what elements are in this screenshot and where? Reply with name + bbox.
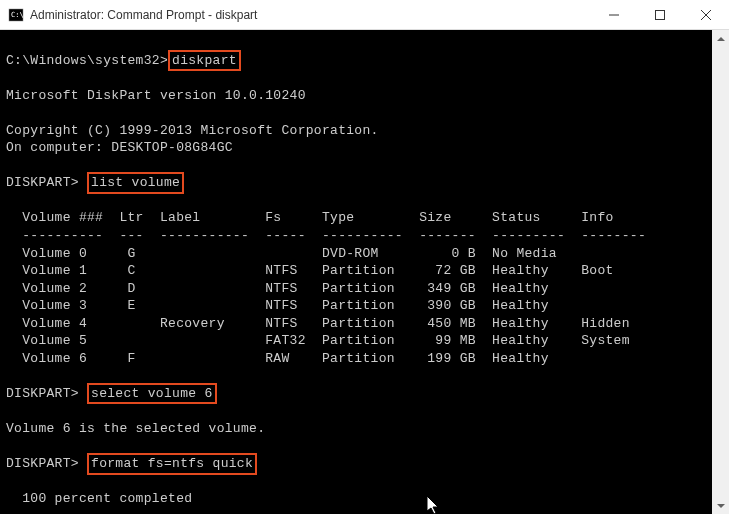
minimize-button[interactable] bbox=[591, 0, 637, 29]
copyright-line: Copyright (C) 1999-2013 Microsoft Corpor… bbox=[6, 123, 379, 138]
cmd-format-highlight: format fs=ntfs quick bbox=[87, 453, 257, 475]
table-row: Volume 3 E NTFS Partition 390 GB Healthy bbox=[6, 298, 549, 313]
cmd-select-volume-highlight: select volume 6 bbox=[87, 383, 217, 405]
svg-rect-3 bbox=[656, 10, 665, 19]
scrollbar-up-button[interactable] bbox=[712, 30, 729, 47]
diskpart-prompt: DISKPART> bbox=[6, 386, 79, 401]
window-title: Administrator: Command Prompt - diskpart bbox=[30, 8, 591, 22]
computer-line: On computer: DESKTOP-08G84GC bbox=[6, 140, 233, 155]
close-button[interactable] bbox=[683, 0, 729, 29]
window-controls bbox=[591, 0, 729, 29]
maximize-button[interactable] bbox=[637, 0, 683, 29]
svg-marker-6 bbox=[717, 37, 725, 41]
svg-text:C:\: C:\ bbox=[11, 11, 24, 19]
table-row: Volume 2 D NTFS Partition 349 GB Healthy bbox=[6, 281, 549, 296]
table-divider: ---------- --- ----------- ----- -------… bbox=[6, 228, 646, 243]
table-row: Volume 0 G DVD-ROM 0 B No Media bbox=[6, 246, 557, 261]
table-row: Volume 1 C NTFS Partition 72 GB Healthy … bbox=[6, 263, 614, 278]
cmd-diskpart-highlight: diskpart bbox=[168, 50, 241, 72]
window-titlebar: C:\ Administrator: Command Prompt - disk… bbox=[0, 0, 729, 30]
cmd-icon: C:\ bbox=[8, 7, 24, 23]
table-row: Volume 6 F RAW Partition 199 GB Healthy bbox=[6, 351, 549, 366]
cmd-list-volume-highlight: list volume bbox=[87, 172, 184, 194]
progress-line: 100 percent completed bbox=[6, 491, 192, 506]
scrollbar[interactable] bbox=[712, 30, 729, 514]
mouse-cursor-icon bbox=[427, 496, 441, 514]
terminal-output[interactable]: C:\Windows\system32>diskpart Microsoft D… bbox=[0, 30, 729, 514]
selected-msg: Volume 6 is the selected volume. bbox=[6, 421, 265, 436]
table-row: Volume 4 Recovery NTFS Partition 450 MB … bbox=[6, 316, 630, 331]
table-header: Volume ### Ltr Label Fs Type Size Status… bbox=[6, 210, 614, 225]
version-line: Microsoft DiskPart version 10.0.10240 bbox=[6, 88, 306, 103]
diskpart-prompt: DISKPART> bbox=[6, 175, 79, 190]
prompt-path: C:\Windows\system32> bbox=[6, 53, 168, 68]
svg-marker-7 bbox=[717, 504, 725, 508]
scrollbar-down-button[interactable] bbox=[712, 497, 729, 514]
diskpart-prompt: DISKPART> bbox=[6, 456, 79, 471]
table-row: Volume 5 FAT32 Partition 99 MB Healthy S… bbox=[6, 333, 630, 348]
